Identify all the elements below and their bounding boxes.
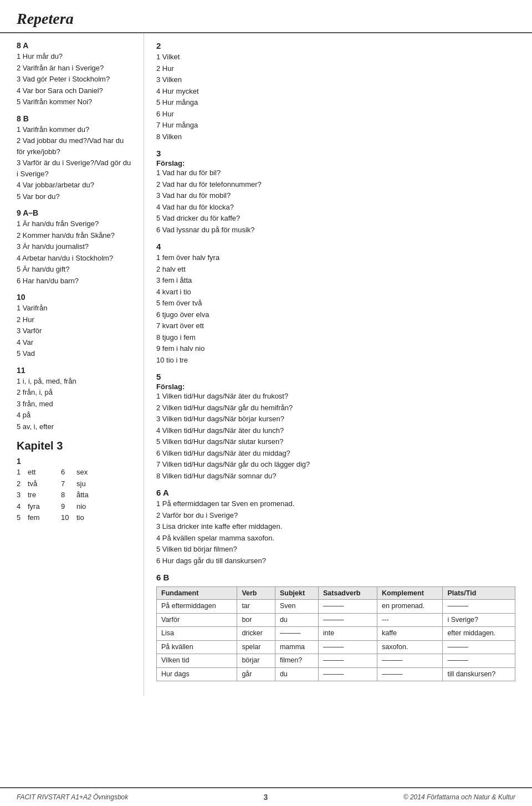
table-row: Varförbordu———---i Sverige?	[157, 613, 515, 627]
list-item: 4 kvart i tio	[156, 287, 515, 298]
table-row: På eftermiddagentarSven———en promenad.——…	[157, 600, 515, 614]
table-cell: Hur dags	[157, 667, 237, 681]
list-item: 2 Hur	[17, 314, 134, 325]
grid-num2: 7	[61, 478, 76, 489]
list-item: 2 Vad jobbar du med?/Vad har du för yrke…	[17, 135, 134, 157]
list-item: 3 Varför är du i Sverige?/Vad gör du i S…	[17, 157, 134, 179]
section-5-title: Förslag:	[156, 382, 185, 391]
table-cell: bor	[237, 613, 275, 627]
table-cell: filmen?	[275, 654, 318, 668]
table-cell: du	[275, 613, 318, 627]
table-header-cell: Verb	[237, 587, 275, 600]
table-cell: dricker	[237, 627, 275, 641]
section-6b-number: 6 B	[156, 573, 515, 582]
list-item: 4 Vilken tid/Hur dags/När äter du lunch?	[156, 425, 515, 436]
list-item: 7 kvart över ett	[156, 320, 515, 331]
table-row: På kvällenspelarmamma———saxofon.———	[157, 640, 515, 654]
section-2-list: 1 Vilket2 Hur3 Vilken4 Hur mycket5 Hur m…	[156, 52, 515, 142]
kapitel-title: Kapitel 3	[17, 440, 134, 452]
right-column: 2 1 Vilket2 Hur3 Vilken4 Hur mycket5 Hur…	[144, 33, 532, 696]
table-header-cell: Komplement	[377, 587, 443, 600]
section-8a-title: 8 A	[17, 41, 134, 50]
section-1-title: 1	[17, 457, 134, 466]
grid-row: 1ett6sex	[17, 467, 134, 478]
table-header-row: FundamentVerbSubjektSatsadverbKomplement…	[157, 587, 515, 600]
grid-word: ett	[28, 467, 61, 478]
grid-num: 3	[17, 489, 28, 501]
section-8b-list: 1 Varifrån kommer du?2 Vad jobbar du med…	[17, 124, 134, 202]
table-body: På eftermiddagentarSven———en promenad.——…	[157, 600, 515, 681]
table-cell: ———	[319, 600, 377, 614]
section-11: 11 1 i, i, på, med, från2 från, i, på3 f…	[17, 366, 134, 432]
section-9: 9 A–B 1 Är han/du från Sverige?2 Kommer …	[17, 208, 134, 286]
list-item: 8 Vilken tid/Hur dags/När somnar du?	[156, 471, 515, 482]
section-6b: 6 B FundamentVerbSubjektSatsadverbKomple…	[156, 573, 515, 681]
table-cell: mamma	[275, 640, 318, 654]
section-3-list: 1 Vad har du för bil?2 Vad har du för te…	[156, 167, 515, 235]
list-item: 3 Vad har du för mobil?	[156, 190, 515, 201]
list-item: 1 Varifrån	[17, 303, 134, 314]
list-item: 5 Hur många	[156, 97, 515, 108]
section-6a-list: 1 På eftermiddagen tar Sven en promenad.…	[156, 498, 515, 566]
table-row: Lisadricker———intekaffeefter middagen.	[157, 627, 515, 641]
list-item: 1 På eftermiddagen tar Sven en promenad.	[156, 498, 515, 509]
table-row: Vilken tidbörjarfilmen?—————————	[157, 654, 515, 668]
list-item: 2 Kommer han/du från Skåne?	[17, 230, 134, 241]
list-item: 5 Vilken tid/Hur dags/När slutar kursen?	[156, 436, 515, 447]
section-5-number: 5	[156, 372, 515, 381]
section-2: 2 1 Vilket2 Hur3 Vilken4 Hur mycket5 Hur…	[156, 41, 515, 142]
section-8b: 8 B 1 Varifrån kommer du?2 Vad jobbar du…	[17, 114, 134, 202]
grid-word: fyra	[28, 501, 61, 512]
table-cell: ———	[319, 667, 377, 681]
list-item: 5 Varifrån kommer Noi?	[17, 96, 134, 108]
section-2-number: 2	[156, 41, 515, 50]
grid-word2: sju	[76, 478, 86, 489]
list-item: 5 av, i, efter	[17, 421, 134, 432]
section-4-list: 1 fem över halv fyra2 halv ett3 fem i åt…	[156, 252, 515, 365]
section-10-title: 10	[17, 293, 134, 302]
list-item: 1 fem över halv fyra	[156, 252, 515, 263]
list-item: 5 fem över två	[156, 298, 515, 309]
grid-num2: 6	[61, 467, 76, 478]
table-cell: Varför	[157, 613, 237, 627]
page-title: Repetera	[17, 10, 74, 27]
list-item: 4 Hur mycket	[156, 86, 515, 97]
list-item: 6 Vilken tid/Hur dags/När äter du middag…	[156, 448, 515, 459]
list-item: 2 Vad har du för telefonnummer?	[156, 179, 515, 190]
table-cell: en promenad.	[377, 600, 443, 614]
section-5: 5 Förslag: 1 Vilken tid/Hur dags/När äte…	[156, 372, 515, 481]
section-8b-title: 8 B	[17, 114, 134, 123]
section-3: 3 Förslag: 1 Vad har du för bil?2 Vad ha…	[156, 149, 515, 235]
list-item: 4 på	[17, 410, 134, 421]
answer-table: FundamentVerbSubjektSatsadverbKomplement…	[156, 586, 515, 681]
list-item: 8 tjugo i fem	[156, 332, 515, 343]
list-item: 3 från, med	[17, 399, 134, 410]
section-8a-list: 1 Hur mår du?2 Varifrån är han i Sverige…	[17, 51, 134, 108]
table-header-cell: Plats/Tid	[443, 587, 515, 600]
section-6a: 6 A 1 På eftermiddagen tar Sven en prome…	[156, 488, 515, 566]
list-item: 3 Vad gör Peter i Stockholm?	[17, 74, 134, 85]
table-header-cell: Satsadverb	[319, 587, 377, 600]
grid-row: 5fem10tio	[17, 512, 134, 523]
list-item: 3 Vilken	[156, 74, 515, 85]
list-item: 2 Varför bor du i Sverige?	[156, 510, 515, 521]
table-cell: Vilken tid	[157, 654, 237, 668]
table-cell: ———	[275, 627, 318, 641]
table-cell: spelar	[237, 640, 275, 654]
section-6a-number: 6 A	[156, 488, 515, 497]
grid-num2: 9	[61, 501, 76, 512]
list-item: 1 Är han/du från Sverige?	[17, 218, 134, 229]
grid-word: fem	[28, 512, 61, 523]
section-10-list: 1 Varifrån2 Hur3 Varför4 Var5 Vad	[17, 303, 134, 359]
section-11-list: 1 i, i, på, med, från2 från, i, på3 från…	[17, 376, 134, 432]
list-item: 5 Vad	[17, 348, 134, 359]
list-item: 2 Varifrån är han i Sverige?	[17, 63, 134, 74]
table-cell: i Sverige?	[443, 613, 515, 627]
table-cell: inte	[319, 627, 377, 641]
table-cell: ———	[377, 654, 443, 668]
list-item: 2 från, i, på	[17, 387, 134, 398]
list-item: 4 Arbetar han/du i Stockholm?	[17, 253, 134, 264]
list-item: 3 Varför	[17, 325, 134, 336]
list-item: 2 halv ett	[156, 264, 515, 275]
section-1-grid: 1ett6sex2två7sju3tre8åtta4fyra9nio5fem10…	[17, 467, 134, 523]
